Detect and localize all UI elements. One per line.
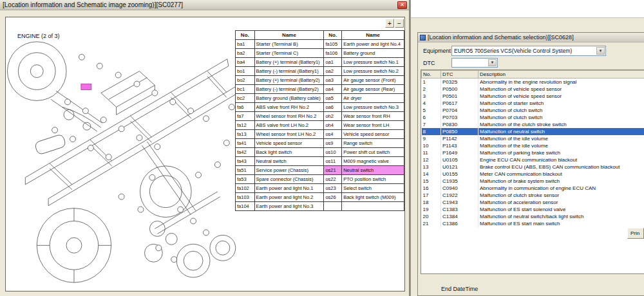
dtc-code-cell: P0325 [441,79,478,86]
dtc-row[interactable]: 1P0325Abnormality in the engine revoluti… [422,79,644,86]
legend-name-cell: ABS valve front RH No.2 [254,103,324,112]
legend-no-cell: oa1 [324,58,342,67]
legend-row[interactable]: ba2Starter (Terminal C)fa106Battery grou… [236,49,404,58]
dtc-row[interactable]: 11P1649Malfunction of parking brake swit… [422,149,644,156]
legend-row[interactable]: fa12ABS valve front LH No.2oh4Wear senso… [236,121,404,130]
dtc-no-cell: 19 [422,206,441,213]
dtc-code-cell: C1384 [441,213,478,220]
legend-name-cell: Wheel sensor front LH No.2 [254,130,324,139]
dtc-code-cell: P1143 [441,142,478,149]
dtc-row[interactable]: 20C1384Malfunction of neutral switch/bac… [422,213,644,220]
legend-name-cell: Earth power and light No.4 [342,40,404,49]
legend-row[interactable]: fa41Vehicle speed sensoros9Range switch [236,139,404,148]
dtc-row[interactable]: 3P0501Malfunction of vehicle speed senso… [422,93,644,100]
legend-no-cell: fa6 [236,103,255,112]
dtc-code-cell: P0500 [441,86,478,93]
legend-name-cell: Neutral switch [254,157,324,166]
dialog-titlebar[interactable]: [Location information and Schematic sele… [418,33,644,42]
dtc-select[interactable]: ▼ [451,58,498,68]
legend-no-cell: ba2 [236,49,255,58]
dtc-code-cell: P0850 [441,128,478,135]
legend-no-cell: oh2 [324,112,342,121]
dtc-desc-cell: Abnormality in communication of engine E… [478,185,644,192]
legend-row[interactable]: fa13Wheel sensor front LH No.2os4Vehicle… [236,130,404,139]
dtc-row[interactable]: 10P1143Malfunction of the idle volume [422,142,644,149]
legend-row[interactable]: bo2Battery (+) terminal (Battery2)oa3Air… [236,76,404,85]
dtc-row[interactable]: 15C1935Malfunction of brake system switc… [422,178,644,185]
dtc-row[interactable]: 16C0940Abnormality in communication of e… [422,185,644,192]
legend-row[interactable]: bc2Battery ground (Battery cable)oa5Air … [236,94,404,103]
legend-row[interactable]: fa53Spare connector (Chassis)os22PTO pos… [236,175,404,184]
legend-row[interactable]: fa6ABS valve front RH No.2oa6Low pressur… [236,103,404,112]
dtc-row[interactable]: 13U0121Brake control ECU (ABS, EBS) CAN … [422,163,644,171]
dtc-row[interactable]: 4P0617Malfunction of starter switch [422,100,644,107]
legend-header-cell: No. [236,31,255,40]
close-icon[interactable]: ✕ [397,1,407,9]
dtc-no-cell: 3 [422,93,441,100]
legend-row[interactable]: fa104Earth power and light No.3 [236,202,404,211]
schematic-selection-dialog: [Location information and Schematic sele… [417,32,644,296]
legend-no-cell: ba1 [236,40,255,49]
dtc-row[interactable]: 8P0850Malfunction of neutral switch [422,128,644,135]
dtc-no-cell: 4 [422,100,441,107]
dtc-row[interactable]: 17C1922Malfunction of clutch stroke sens… [422,192,644,199]
legend-row[interactable]: bc1Battery (-) terminal (Battery2)oa4Air… [236,85,404,94]
legend-name-cell: Earth power and light No.2 [254,193,324,202]
legend-no-cell: ba4 [236,58,255,67]
dtc-row[interactable]: 6P0703Malfunction of clutch switch [422,114,644,121]
dtc-code-cell: U0155 [441,171,478,178]
legend-no-cell: oh4 [324,121,342,130]
legend-no-cell: fa53 [236,175,255,184]
zoom-in-button[interactable]: + [385,19,394,28]
highlighted-connector-marker[interactable] [81,84,91,90]
dtc-no-cell: 13 [422,163,441,171]
window-icon [420,35,426,41]
legend-row[interactable]: fa103Earth power and light No.2os26Back … [236,193,404,202]
legend-header-row: No.NameNo.Name [236,31,404,40]
dtc-row[interactable]: 19C1383Malfunction of ES start solenoid … [422,206,644,213]
dtc-row[interactable]: 5P0704Malfunction of clutch switch [422,107,644,114]
legend-row[interactable]: ba1Starter (Terminal B)fa105Earth power … [236,40,404,49]
dtc-no-cell: 11 [422,149,441,156]
legend-row[interactable]: fa7Wheel sensor front RH No.2oh2Wear sen… [236,112,404,121]
legend-no-cell: fa105 [324,40,342,49]
dtc-row[interactable]: 18C1943Malfunction of acceleration senso… [422,199,644,206]
dtc-no-cell: 17 [422,192,441,199]
callout-markers [52,54,235,262]
legend-row[interactable]: fa102Earth power and light No.1os23Selec… [236,184,404,193]
chevron-down-icon[interactable]: ▼ [596,47,605,55]
dtc-code-cell: P0703 [441,114,478,121]
dtc-row[interactable]: 2P0500Malfunction of vehicle speed senso… [422,86,644,93]
dtc-row[interactable]: 12U0105Engine ECU CAN communication blac… [422,156,644,163]
dtc-list: No.DTCDescription 1P0325Abnormality in t… [421,69,644,274]
dtc-desc-cell: Malfunction of ES start solenoid valve [478,206,644,213]
app-header-area [411,0,644,18]
legend-no-cell: fa43 [236,157,255,166]
dtc-no-cell: 8 [422,128,441,135]
dtc-desc-cell: Malfunction of ES start main switch [478,220,644,227]
dtc-no-cell: 15 [422,178,441,185]
legend-row[interactable]: fa51Service power (Chassis)os21Neutral s… [236,166,404,175]
legend-no-cell: fa104 [236,202,255,211]
legend-row[interactable]: fa42Back light switchos10Power shift cut… [236,148,404,157]
dtc-row[interactable]: 7P0830Malfunction of the clutch stroke s… [422,121,644,128]
print-button[interactable]: Prin [627,228,644,239]
dtc-row[interactable]: 21C1386Malfunction of ES start main swit… [422,220,644,227]
legend-name-cell: Air gauge sensor (Front) [342,76,404,85]
legend-no-cell: bo1 [236,67,255,76]
dtc-row[interactable]: 9P1142Malfunction of the idle volume [422,135,644,142]
legend-no-cell: os9 [324,139,342,148]
chevron-down-icon[interactable]: ▼ [488,59,497,66]
equipment-select[interactable]: EURO5 700Series VCS(Vehicle Control Syst… [451,46,606,56]
equipment-label: Equipment [423,48,451,54]
legend-name-cell: Earth power and light No.1 [254,184,324,193]
legend-name-cell: Back light switch [254,148,324,157]
zoom-out-button[interactable]: − [395,19,404,28]
legend-row[interactable]: ba4Battery (+) terminal (Battery1)oa1Low… [236,58,404,67]
dtc-row[interactable]: 14U0155Meter CAN communication blackout [422,171,644,178]
legend-row[interactable]: fa43Neutral switchos11M009 magnetic valv… [236,157,404,166]
dtc-code-cell: P0501 [441,93,478,100]
legend-row[interactable]: bo1Battery (-) terminal (Battery1)oa2Low… [236,67,404,76]
equipment-value: EURO5 700Series VCS(Vehicle Control Syst… [454,48,572,54]
window-titlebar[interactable]: [Location information and Schematic imag… [0,0,409,10]
